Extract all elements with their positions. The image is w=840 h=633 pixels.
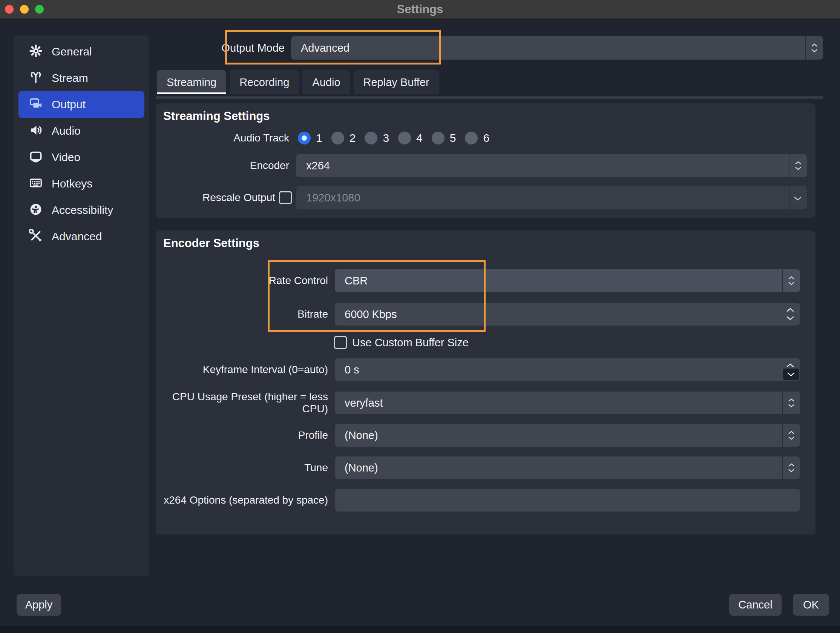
radio-icon bbox=[332, 132, 344, 144]
keyboard-icon bbox=[29, 176, 43, 191]
profile-value: (None) bbox=[344, 424, 378, 447]
sidebar-item-label: Stream bbox=[52, 72, 88, 84]
rescale-resolution-dropdown[interactable]: 1920x1080 bbox=[296, 186, 807, 209]
tune-label: Tune bbox=[156, 456, 328, 479]
sidebar-item-stream[interactable]: Stream bbox=[19, 65, 144, 91]
radio-icon bbox=[432, 132, 445, 144]
cpu-usage-preset-label: CPU Usage Preset (higher = less CPU) bbox=[156, 392, 328, 414]
sidebar-item-label: Output bbox=[52, 98, 85, 111]
sidebar-item-advanced[interactable]: Advanced bbox=[19, 223, 144, 250]
window-title: Settings bbox=[0, 0, 840, 19]
audio-track-option-1[interactable]: 1 bbox=[298, 132, 322, 144]
audio-track-option-5[interactable]: 5 bbox=[432, 132, 456, 144]
rate-control-value: CBR bbox=[344, 269, 368, 292]
sidebar-item-accessibility[interactable]: Accessibility bbox=[19, 197, 144, 223]
radio-icon bbox=[465, 132, 478, 144]
cpu-usage-preset-dropdown[interactable]: veryfast bbox=[335, 392, 800, 414]
radio-label: 5 bbox=[450, 132, 456, 144]
tools-icon bbox=[29, 229, 43, 244]
settings-sidebar: General Stream Output Audio Video Hotkey… bbox=[14, 35, 149, 576]
keyframe-interval-spinbox[interactable]: 0 s bbox=[335, 358, 800, 381]
chevron-down-icon bbox=[794, 195, 802, 202]
keyframe-interval-value: 0 s bbox=[344, 358, 359, 381]
rescale-output-label: Rescale Output bbox=[156, 190, 275, 205]
window-bottom-edge bbox=[0, 626, 840, 633]
encoder-value: x264 bbox=[306, 154, 330, 177]
rate-control-label: Rate Control bbox=[156, 269, 328, 292]
sidebar-item-label: Video bbox=[52, 151, 80, 164]
gear-icon bbox=[29, 44, 43, 59]
spin-down-icon[interactable] bbox=[786, 315, 794, 322]
use-custom-buffer-size-checkbox[interactable] bbox=[334, 336, 347, 349]
speaker-icon bbox=[29, 123, 43, 138]
sidebar-item-audio[interactable]: Audio bbox=[19, 118, 144, 144]
x264-options-input[interactable] bbox=[335, 489, 800, 511]
encoder-dropdown[interactable]: x264 bbox=[296, 154, 807, 177]
bitrate-label: Bitrate bbox=[156, 303, 328, 326]
sidebar-item-hotkeys[interactable]: Hotkeys bbox=[19, 171, 144, 197]
output-tabs: Streaming Recording Audio Replay Buffer bbox=[157, 70, 439, 94]
sidebar-item-general[interactable]: General bbox=[19, 38, 144, 65]
sidebar-item-label: Hotkeys bbox=[52, 177, 92, 190]
radio-label: 4 bbox=[416, 132, 423, 144]
tab-recording[interactable]: Recording bbox=[230, 70, 299, 94]
audio-track-option-2[interactable]: 2 bbox=[332, 132, 356, 144]
tab-streaming[interactable]: Streaming bbox=[157, 70, 226, 94]
radio-icon bbox=[398, 132, 411, 144]
chevron-up-down-icon bbox=[789, 154, 807, 177]
encoder-settings-panel: Encoder Settings Rate Control CBR Bitrat… bbox=[156, 231, 815, 535]
cancel-button[interactable]: Cancel bbox=[729, 594, 782, 616]
radio-icon bbox=[365, 132, 377, 144]
chevron-up-down-icon bbox=[783, 456, 800, 479]
use-custom-buffer-size-row[interactable]: Use Custom Buffer Size bbox=[334, 336, 469, 349]
output-mode-value: Advanced bbox=[301, 36, 349, 60]
encoder-label: Encoder bbox=[156, 158, 289, 173]
chevron-up-down-icon bbox=[783, 269, 800, 292]
profile-dropdown[interactable]: (None) bbox=[335, 424, 800, 447]
encoder-settings-title: Encoder Settings bbox=[163, 237, 259, 250]
ok-button[interactable]: OK bbox=[793, 594, 829, 616]
bitrate-spinbox[interactable]: 6000 Kbps bbox=[335, 303, 800, 326]
monitor-icon bbox=[29, 150, 43, 165]
accessibility-icon bbox=[29, 203, 43, 218]
chevron-up-down-icon bbox=[783, 392, 800, 414]
keyframe-interval-label: Keyframe Interval (0=auto) bbox=[156, 358, 328, 381]
audio-track-label: Audio Track bbox=[156, 131, 289, 146]
use-custom-buffer-size-label: Use Custom Buffer Size bbox=[352, 337, 469, 349]
antenna-icon bbox=[29, 71, 43, 85]
rate-control-dropdown[interactable]: CBR bbox=[335, 269, 800, 292]
bitrate-value: 6000 Kbps bbox=[344, 303, 397, 326]
rescale-output-checkbox[interactable] bbox=[279, 191, 292, 204]
tune-dropdown[interactable]: (None) bbox=[335, 456, 800, 479]
video-camera-icon bbox=[29, 97, 43, 112]
tab-audio[interactable]: Audio bbox=[302, 70, 350, 94]
spin-up-icon[interactable] bbox=[786, 307, 794, 313]
sidebar-item-video[interactable]: Video bbox=[19, 144, 144, 171]
radio-label: 2 bbox=[349, 132, 356, 144]
spin-up-icon[interactable] bbox=[786, 362, 794, 369]
cpu-usage-preset-value: veryfast bbox=[344, 392, 383, 414]
spin-down-pressed-icon[interactable] bbox=[783, 369, 799, 380]
apply-button[interactable]: Apply bbox=[17, 594, 61, 616]
titlebar: Settings bbox=[0, 0, 840, 19]
streaming-settings-panel: Streaming Settings Audio Track 1 2 3 4 5… bbox=[156, 103, 815, 218]
output-mode-dropdown[interactable]: Advanced bbox=[291, 36, 823, 60]
sidebar-item-output[interactable]: Output bbox=[19, 91, 144, 118]
chevron-up-down-icon bbox=[806, 36, 823, 60]
audio-track-option-6[interactable]: 6 bbox=[465, 132, 489, 144]
rescale-resolution-value: 1920x1080 bbox=[306, 186, 360, 209]
sidebar-item-label: Accessibility bbox=[52, 204, 113, 217]
radio-label: 3 bbox=[383, 132, 389, 144]
sidebar-item-label: General bbox=[52, 45, 92, 58]
profile-label: Profile bbox=[156, 424, 328, 447]
sidebar-item-label: Advanced bbox=[52, 230, 102, 243]
output-mode-label: Output Mode bbox=[211, 36, 285, 60]
tab-replay-buffer[interactable]: Replay Buffer bbox=[354, 70, 439, 94]
audio-track-option-3[interactable]: 3 bbox=[365, 132, 389, 144]
audio-track-radio-group: 1 2 3 4 5 6 bbox=[298, 131, 489, 146]
sidebar-item-label: Audio bbox=[52, 125, 81, 137]
x264-options-label: x264 Options (separated by space) bbox=[156, 489, 328, 511]
audio-track-option-4[interactable]: 4 bbox=[398, 132, 423, 144]
radio-label: 6 bbox=[483, 132, 489, 144]
dropdown-divider bbox=[789, 186, 789, 209]
